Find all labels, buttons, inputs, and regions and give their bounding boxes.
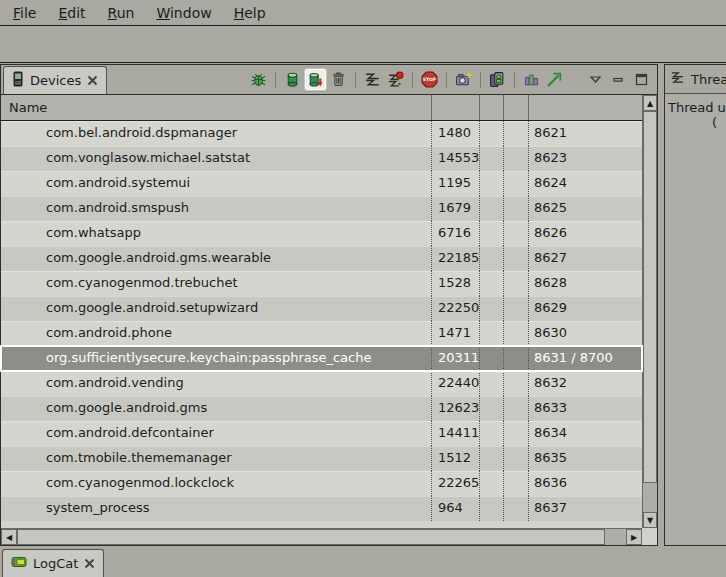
row-empty-cell <box>504 296 529 321</box>
table-row[interactable]: com.whatsapp67168626 <box>1 221 642 246</box>
table-row[interactable]: system_process9648637 <box>1 496 642 521</box>
column-header-name[interactable]: Name <box>1 95 432 120</box>
row-empty-cell <box>480 246 504 271</box>
row-name: com.google.android.setupwizard <box>1 296 432 321</box>
stop-process-icon: STOP <box>421 71 438 88</box>
toolbar-separator <box>275 72 276 88</box>
devices-tabbar: Devices <box>1 65 657 94</box>
dump-hprof-button[interactable] <box>305 69 326 90</box>
cause-gc-icon <box>330 71 347 88</box>
cause-gc-button[interactable] <box>328 69 349 90</box>
update-threads-icon <box>364 71 381 88</box>
row-port: 8637 <box>529 496 642 521</box>
menu-run-mnemonic: R <box>108 5 117 21</box>
device-screens-icon <box>489 71 506 88</box>
update-heap-icon <box>284 71 301 88</box>
row-pid: 1528 <box>432 271 480 296</box>
horizontal-scroll-thumb[interactable] <box>17 529 605 545</box>
table-row[interactable]: com.google.android.gms.wearable221858627 <box>1 246 642 271</box>
menu-help[interactable]: Help <box>223 2 277 24</box>
toolbar-separator <box>446 72 447 88</box>
close-icon[interactable] <box>84 558 95 569</box>
device-phone-icon <box>12 71 24 90</box>
table-row[interactable]: com.cyanogenmod.trebuchet15288628 <box>1 271 642 296</box>
menu-edit-mnemonic: E <box>58 5 67 21</box>
row-empty-cell <box>480 471 504 496</box>
view-menu-button[interactable] <box>585 69 606 90</box>
start-tracing-button[interactable] <box>544 69 565 90</box>
row-name: com.google.android.gms <box>1 396 432 421</box>
row-name: org.sufficientlysecure.keychain:passphra… <box>1 346 432 371</box>
column-header-empty[interactable] <box>480 95 504 120</box>
row-port: 8629 <box>529 296 642 321</box>
row-pid: 6716 <box>432 221 480 246</box>
row-empty-cell <box>504 496 529 521</box>
tab-threads-label[interactable]: Threads <box>691 72 726 87</box>
tab-logcat[interactable]: LogCat <box>2 549 104 577</box>
row-pid: 22185 <box>432 246 480 271</box>
profiling-bars-button[interactable] <box>521 69 542 90</box>
toolbar-separator <box>355 72 356 88</box>
table-row[interactable]: com.vonglasow.michael.satstat145538623 <box>1 146 642 171</box>
update-threads-button[interactable] <box>362 69 383 90</box>
table-row[interactable]: com.android.vending224408632 <box>1 371 642 396</box>
row-pid: 964 <box>432 496 480 521</box>
menu-file[interactable]: File <box>2 2 47 24</box>
table-row[interactable]: com.cyanogenmod.lockclock222658636 <box>1 471 642 496</box>
vertical-scroll-thumb[interactable] <box>643 111 657 483</box>
row-name: system_process <box>1 496 432 521</box>
table-row[interactable]: com.bel.android.dspmanager14808621 <box>1 121 642 146</box>
table-row[interactable]: com.android.phone14718630 <box>1 321 642 346</box>
table-row[interactable]: com.android.defcontainer144118634 <box>1 421 642 446</box>
row-port: 8623 <box>529 146 642 171</box>
table-row[interactable]: com.android.smspush16798625 <box>1 196 642 221</box>
table-row[interactable]: com.google.android.gms126238633 <box>1 396 642 421</box>
row-name: com.android.vending <box>1 371 432 396</box>
table-row[interactable]: com.android.systemui11958624 <box>1 171 642 196</box>
column-header-pid[interactable] <box>432 95 480 120</box>
close-icon[interactable] <box>87 75 98 86</box>
row-pid: 1471 <box>432 321 480 346</box>
scroll-up-button[interactable]: ▲ <box>643 95 657 111</box>
row-empty-cell <box>504 371 529 396</box>
screen-capture-button[interactable] <box>453 69 474 90</box>
table-row[interactable]: com.tmobile.thememanager15128635 <box>1 446 642 471</box>
row-empty-cell <box>504 471 529 496</box>
horizontal-scrollbar[interactable]: ◀ ▶ <box>1 528 642 545</box>
stop-process-button[interactable]: STOP <box>419 69 440 90</box>
device-screens-button[interactable] <box>487 69 508 90</box>
devices-panel: Devices <box>0 64 658 546</box>
menu-window[interactable]: Window <box>145 2 222 24</box>
row-port: 8621 <box>529 121 642 146</box>
toolbar-separator <box>514 72 515 88</box>
table-row[interactable]: org.sufficientlysecure.keychain:passphra… <box>1 346 642 371</box>
toolbar-separator <box>412 72 413 88</box>
vertical-scrollbar[interactable]: ▲ ▼ <box>642 95 657 528</box>
start-method-profiling-icon <box>387 71 404 88</box>
scroll-left-button[interactable]: ◀ <box>1 529 17 545</box>
row-name: com.whatsapp <box>1 221 432 246</box>
column-header-port[interactable] <box>529 95 642 120</box>
table-row[interactable]: com.google.android.setupwizard222508629 <box>1 296 642 321</box>
row-name: com.vonglasow.michael.satstat <box>1 146 432 171</box>
row-name: com.android.systemui <box>1 171 432 196</box>
menu-run[interactable]: Run <box>97 2 146 24</box>
column-header-empty[interactable] <box>504 95 529 120</box>
svg-text:STOP: STOP <box>423 77 437 82</box>
devices-table: Name com.bel.android.dspmanager14808621c… <box>1 94 657 545</box>
tab-devices[interactable]: Devices <box>3 66 107 94</box>
row-empty-cell <box>504 121 529 146</box>
row-port: 8635 <box>529 446 642 471</box>
menu-edit[interactable]: Edit <box>47 2 96 24</box>
debug-process-button[interactable] <box>248 69 269 90</box>
maximize-button[interactable] <box>631 69 652 90</box>
scroll-down-button[interactable]: ▼ <box>643 512 657 528</box>
row-empty-cell <box>480 196 504 221</box>
minimize-button[interactable] <box>608 69 629 90</box>
update-heap-button[interactable] <box>282 69 303 90</box>
start-method-profiling-button[interactable] <box>385 69 406 90</box>
minimize-icon <box>612 73 625 86</box>
row-empty-cell <box>480 396 504 421</box>
scroll-right-button[interactable]: ▶ <box>626 529 642 545</box>
dump-hprof-icon <box>307 71 324 88</box>
